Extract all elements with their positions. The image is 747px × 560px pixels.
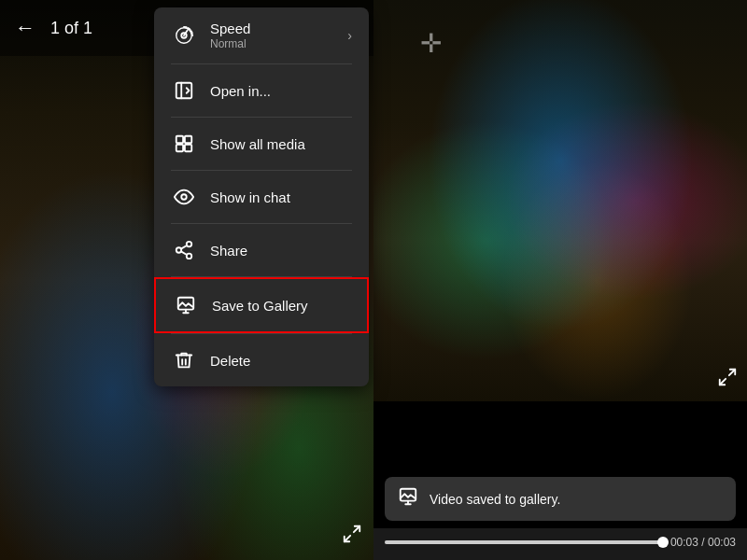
eye-icon [171, 184, 197, 210]
svg-line-14 [354, 526, 359, 532]
open-in-label: Open in... [210, 83, 352, 99]
grid-icon [171, 131, 197, 157]
left-panel: ← 1 of 1 Speed Normal › Open in... [0, 0, 374, 560]
svg-rect-3 [176, 136, 183, 143]
toast-message: Video saved to gallery. [430, 492, 560, 507]
speed-sublabel: Normal [210, 37, 347, 50]
delete-label: Delete [210, 353, 352, 369]
save-toast-icon [398, 486, 418, 511]
svg-rect-6 [185, 145, 191, 151]
menu-item-show-all-media[interactable]: Show all media [154, 118, 369, 170]
speed-icon [171, 22, 197, 49]
black-area: Video saved to gallery. 00:03 / 00:03 [374, 401, 747, 560]
menu-item-show-in-chat[interactable]: Show in chat [154, 171, 369, 223]
crosshair-icon: ✛ [420, 28, 442, 59]
menu-item-save-to-gallery[interactable]: Save to Gallery [154, 277, 369, 333]
trash-icon [171, 347, 197, 373]
keyboard-image-right [374, 0, 747, 401]
fullscreen-icon-left[interactable] [342, 524, 362, 549]
svg-line-12 [181, 245, 187, 249]
svg-rect-5 [176, 145, 183, 151]
fullscreen-icon-right[interactable] [717, 367, 738, 392]
svg-line-17 [720, 379, 726, 385]
svg-point-7 [181, 194, 187, 200]
toast-notification: Video saved to gallery. [385, 477, 736, 521]
menu-item-delete[interactable]: Delete [154, 334, 369, 386]
show-all-media-label: Show all media [210, 136, 352, 152]
show-in-chat-label: Show in chat [210, 189, 352, 205]
video-area[interactable]: ✛ [374, 0, 747, 401]
speed-label: Speed [210, 21, 347, 36]
right-panel: ✛ Video saved to gallery. 00:03 / 00:03 [374, 0, 747, 560]
menu-item-speed[interactable]: Speed Normal › [154, 7, 369, 63]
chevron-right-icon: › [347, 28, 352, 43]
svg-rect-4 [185, 136, 191, 143]
svg-line-16 [729, 370, 735, 375]
progress-thumb[interactable] [657, 537, 669, 548]
open-in-icon [171, 77, 197, 104]
menu-item-open-in[interactable]: Open in... [154, 64, 369, 117]
context-menu: Speed Normal › Open in... Show all media [154, 7, 369, 386]
media-counter: 1 of 1 [50, 19, 92, 38]
time-display: 00:03 / 00:03 [670, 536, 736, 549]
share-label: Share [210, 243, 352, 259]
progress-track[interactable] [385, 540, 663, 544]
save-gallery-icon [173, 292, 199, 318]
menu-item-share[interactable]: Share [154, 224, 369, 276]
share-icon [171, 237, 197, 263]
back-button[interactable]: ← [15, 16, 35, 40]
progress-bar-container: 00:03 / 00:03 [385, 536, 736, 549]
svg-line-11 [181, 251, 187, 255]
svg-line-15 [345, 536, 350, 541]
save-to-gallery-label: Save to Gallery [212, 298, 350, 314]
progress-fill [385, 540, 663, 544]
video-controls: 00:03 / 00:03 [374, 528, 747, 560]
